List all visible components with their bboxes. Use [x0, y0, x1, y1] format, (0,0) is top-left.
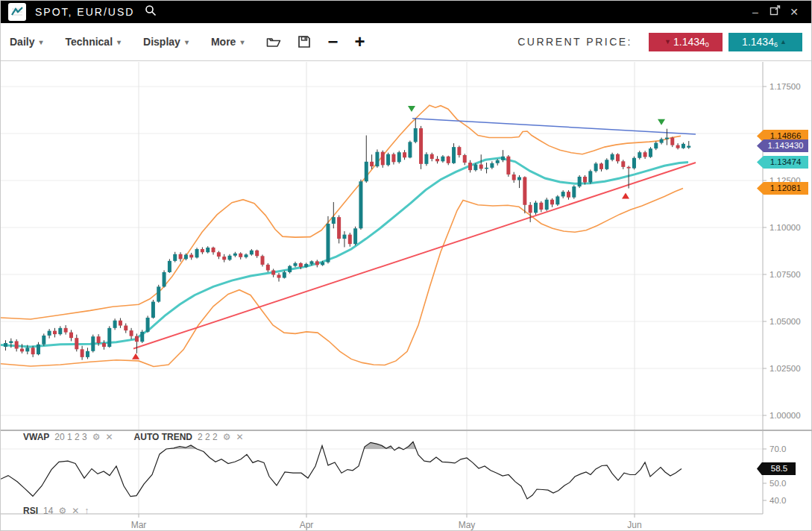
app-window: SPOT, EUR/USD – ✕ Daily▾ Technical▾ Disp…	[0, 0, 812, 531]
save-icon[interactable]	[298, 35, 311, 48]
arrow-up-icon: ▲	[780, 38, 787, 45]
svg-text:Apr: Apr	[300, 520, 314, 530]
svg-text:1.17500: 1.17500	[769, 82, 801, 91]
open-folder-icon[interactable]	[266, 35, 281, 48]
arrow-down-icon: ▼	[664, 38, 671, 45]
svg-text:Jun: Jun	[627, 520, 641, 530]
chevron-down-icon: ▾	[39, 38, 43, 46]
chevron-down-icon: ▾	[240, 38, 244, 46]
autotrend-label: AUTO TREND	[134, 432, 192, 442]
gear-icon[interactable]: ⚙	[92, 432, 101, 442]
search-icon[interactable]	[145, 4, 157, 19]
svg-text:1.07500: 1.07500	[769, 270, 801, 279]
menu-technical[interactable]: Technical▾	[66, 36, 122, 48]
toolbar: Daily▾ Technical▾ Display▾ More▾ − + CUR…	[1, 23, 811, 61]
bollinger-lower-band	[1, 189, 683, 367]
vwap-label: VWAP	[23, 432, 49, 442]
bollinger-upper-band	[1, 105, 681, 319]
price-flag: 1.12081	[757, 182, 808, 195]
title-bar: SPOT, EUR/USD – ✕	[1, 1, 811, 23]
current-price-label: CURRENT PRICE:	[517, 36, 632, 48]
buy-price-badge: 1.14346 ▲	[728, 33, 802, 51]
svg-text:1.02500: 1.02500	[769, 364, 801, 373]
autotrend-params: 2 2 2	[198, 432, 218, 442]
rsi-indicator-row: RSI 14 ⚙ ✕ ↑	[23, 506, 89, 516]
price-chart[interactable]: 1.175001.150001.125001.100001.075001.050…	[1, 62, 812, 531]
rsi-pane	[1, 442, 682, 514]
window-title: SPOT, EUR/USD	[35, 6, 134, 18]
popout-button[interactable]	[765, 5, 784, 19]
svg-text:1.05000: 1.05000	[769, 317, 801, 326]
rsi-line	[1, 442, 682, 499]
svg-text:Mar: Mar	[131, 520, 147, 530]
menu-more[interactable]: More▾	[211, 36, 244, 48]
price-flag: 1.143430	[757, 139, 808, 152]
price-flag: 1.13474	[757, 156, 808, 169]
svg-text:1.10000: 1.10000	[769, 223, 801, 232]
menu-daily[interactable]: Daily▾	[10, 36, 43, 48]
app-logo-icon	[8, 3, 26, 21]
rsi-label: RSI	[23, 506, 38, 516]
svg-text:1.00000: 1.00000	[769, 411, 801, 420]
svg-text:70.0: 70.0	[769, 444, 786, 453]
expand-arrow-icon[interactable]: ↑	[84, 506, 89, 516]
svg-text:40.0: 40.0	[769, 496, 786, 505]
zoom-in-button[interactable]: +	[354, 34, 365, 49]
svg-text:May: May	[459, 520, 476, 530]
close-icon[interactable]: ✕	[105, 432, 113, 442]
gear-icon[interactable]: ⚙	[223, 432, 231, 442]
rsi-params: 14	[43, 506, 53, 516]
minimize-button[interactable]: –	[746, 6, 765, 18]
close-icon[interactable]: ✕	[72, 506, 79, 516]
vwap-params: 20 1 2 3	[54, 432, 86, 442]
zoom-out-button[interactable]: −	[327, 34, 338, 49]
gear-icon[interactable]: ⚙	[58, 506, 66, 516]
vwap-indicator-row: VWAP 20 1 2 3 ⚙ ✕ AUTO TREND 2 2 2 ⚙ ✕	[23, 432, 244, 442]
resistance-trendline	[412, 119, 696, 134]
menu-display[interactable]: Display▾	[143, 36, 189, 48]
sell-price-badge: ▼ 1.14340	[649, 33, 723, 51]
close-button[interactable]: ✕	[784, 6, 804, 18]
close-icon[interactable]: ✕	[236, 432, 243, 442]
chart-region: 1.175001.150001.125001.100001.075001.050…	[1, 62, 812, 531]
chevron-down-icon: ▾	[117, 38, 121, 46]
rsi-value-flag: 58.5	[757, 462, 796, 475]
chevron-down-icon: ▾	[185, 38, 189, 46]
candles	[4, 119, 690, 360]
vwap-line	[1, 158, 688, 347]
svg-text:50.0: 50.0	[769, 479, 786, 488]
